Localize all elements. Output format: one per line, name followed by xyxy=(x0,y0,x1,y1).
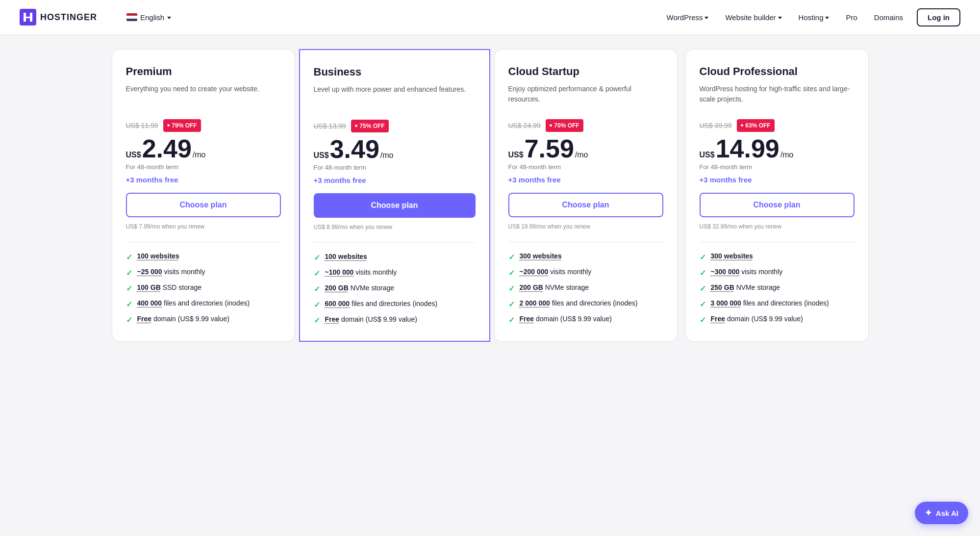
check-icon: ✓ xyxy=(508,268,515,278)
login-button[interactable]: Log in xyxy=(917,8,960,26)
feature-item: ✓ ~100 000 visits monthly xyxy=(314,268,476,278)
nav-item-wordpress[interactable]: WordPress xyxy=(660,9,716,26)
check-icon: ✓ xyxy=(700,268,706,278)
logo-text: HOSTINGER xyxy=(40,12,97,23)
renew-price: US$ 7.99/mo when you renew xyxy=(126,223,281,230)
price-period: /mo xyxy=(380,151,394,160)
feature-item: ✓ Free domain (US$ 9.99 value) xyxy=(700,315,854,325)
original-price: US$ 13.99 xyxy=(314,122,346,130)
check-icon: ✓ xyxy=(126,253,132,262)
price-tag-area: US$ 11.99 79% OFF xyxy=(126,119,281,132)
original-price: US$ 24.99 xyxy=(508,122,541,129)
card-divider xyxy=(314,242,476,243)
discount-badge: 63% OFF xyxy=(737,119,775,132)
feature-item: ✓ 3 000 000 files and directories (inode… xyxy=(700,299,854,309)
price-currency: US$ xyxy=(126,151,141,159)
price-term: For 48-month term xyxy=(508,163,663,171)
price-term: For 48-month term xyxy=(314,164,476,171)
price-row: US$ 3.49 /mo xyxy=(314,136,476,162)
price-period: /mo xyxy=(193,151,206,159)
chevron-down-icon xyxy=(704,17,708,19)
check-icon: ✓ xyxy=(126,268,132,278)
feature-item: ✓ ~200 000 visits monthly xyxy=(508,268,663,278)
feature-item: ✓ 300 websites xyxy=(700,252,854,262)
plan-name: Premium xyxy=(126,65,281,78)
check-icon: ✓ xyxy=(508,253,515,262)
price-currency: US$ xyxy=(314,151,329,160)
feature-item: ✓ Free domain (US$ 9.99 value) xyxy=(126,315,281,325)
choose-plan-button[interactable]: Choose plan xyxy=(314,193,476,218)
feature-list: ✓ 100 websites ✓ ~100 000 visits monthly… xyxy=(314,253,476,325)
check-icon: ✓ xyxy=(314,300,320,309)
feature-item: ✓ 250 GB NVMe storage xyxy=(700,283,854,293)
logo[interactable]: HOSTINGER xyxy=(20,9,97,26)
plan-desc: Enjoy optimized performance & powerful r… xyxy=(508,84,663,108)
renew-price: US$ 8.99/mo when you renew xyxy=(314,224,476,230)
plan-card-cloud-professional: Cloud Professional WordPress hosting for… xyxy=(685,49,869,342)
navbar: HOSTINGER English WordPress Website buil… xyxy=(0,0,980,34)
check-icon: ✓ xyxy=(700,253,706,262)
check-icon: ✓ xyxy=(508,284,515,293)
feature-item: ✓ 100 websites xyxy=(126,252,281,262)
choose-plan-button[interactable]: Choose plan xyxy=(700,193,854,217)
price-tag-area: US$ 39.99 63% OFF xyxy=(700,119,854,132)
plans-grid: Premium Everything you need to create yo… xyxy=(108,49,873,342)
feature-list: ✓ 300 websites ✓ ~200 000 visits monthly… xyxy=(508,252,663,325)
feature-item: ✓ ~25 000 visits monthly xyxy=(126,268,281,278)
discount-badge: 70% OFF xyxy=(546,119,583,132)
check-icon: ✓ xyxy=(314,284,320,294)
price-period: /mo xyxy=(575,151,588,159)
nav-item-domains[interactable]: Domains xyxy=(867,9,910,26)
feature-item: ✓ 100 websites xyxy=(314,253,476,262)
feature-list: ✓ 100 websites ✓ ~25 000 visits monthly … xyxy=(126,252,281,325)
choose-plan-button[interactable]: Choose plan xyxy=(508,193,663,217)
price-currency: US$ xyxy=(508,151,524,159)
price-amount: 7.59 xyxy=(525,136,574,161)
check-icon: ✓ xyxy=(126,315,132,325)
us-flag-icon xyxy=(126,13,137,21)
feature-item: ✓ 600 000 files and directories (inodes) xyxy=(314,300,476,309)
plan-name: Business xyxy=(314,66,476,78)
feature-item: ✓ Free domain (US$ 9.99 value) xyxy=(508,315,663,325)
choose-plan-button[interactable]: Choose plan xyxy=(126,193,281,217)
plan-desc: Level up with more power and enhanced fe… xyxy=(314,84,476,109)
feature-item: ✓ 300 websites xyxy=(508,252,663,262)
price-row: US$ 14.99 /mo xyxy=(700,136,854,161)
chevron-down-icon xyxy=(778,17,782,19)
price-amount: 14.99 xyxy=(716,136,779,161)
check-icon: ✓ xyxy=(314,269,320,278)
check-icon: ✓ xyxy=(700,300,706,309)
card-divider xyxy=(700,242,854,242)
plan-card-business: Business Level up with more power and en… xyxy=(299,49,490,342)
language-selector[interactable]: English xyxy=(126,13,171,22)
free-months: +3 months free xyxy=(126,176,281,184)
nav-item-website-builder[interactable]: Website builder xyxy=(718,9,788,26)
price-amount: 2.49 xyxy=(142,136,192,161)
renew-price: US$ 19.99/mo when you renew xyxy=(508,223,663,230)
check-icon: ✓ xyxy=(508,315,515,325)
check-icon: ✓ xyxy=(314,316,320,325)
check-icon: ✓ xyxy=(126,300,132,309)
chevron-down-icon xyxy=(825,17,829,19)
price-currency: US$ xyxy=(700,151,715,159)
price-row: US$ 2.49 /mo xyxy=(126,136,281,161)
nav-item-pro[interactable]: Pro xyxy=(839,9,864,26)
feature-item: ✓ ~300 000 visits monthly xyxy=(700,268,854,278)
free-months: +3 months free xyxy=(700,176,854,184)
plan-card-premium: Premium Everything you need to create yo… xyxy=(112,49,295,342)
feature-item: ✓ 200 GB NVMe storage xyxy=(508,283,663,293)
chevron-down-icon xyxy=(167,17,171,19)
discount-badge: 75% OFF xyxy=(351,120,389,132)
check-icon: ✓ xyxy=(508,300,515,309)
discount-badge: 79% OFF xyxy=(163,119,201,132)
plan-desc: WordPress hosting for high-traffic sites… xyxy=(700,84,854,108)
plan-desc: Everything you need to create your websi… xyxy=(126,84,281,108)
renew-price: US$ 32.99/mo when you renew xyxy=(700,223,854,230)
original-price: US$ 11.99 xyxy=(126,122,158,129)
free-months: +3 months free xyxy=(508,176,663,184)
hostinger-logo-icon xyxy=(20,9,36,26)
price-row: US$ 7.59 /mo xyxy=(508,136,663,161)
nav-item-hosting[interactable]: Hosting xyxy=(792,9,836,26)
check-icon: ✓ xyxy=(314,253,320,262)
plan-name: Cloud Startup xyxy=(508,65,663,78)
